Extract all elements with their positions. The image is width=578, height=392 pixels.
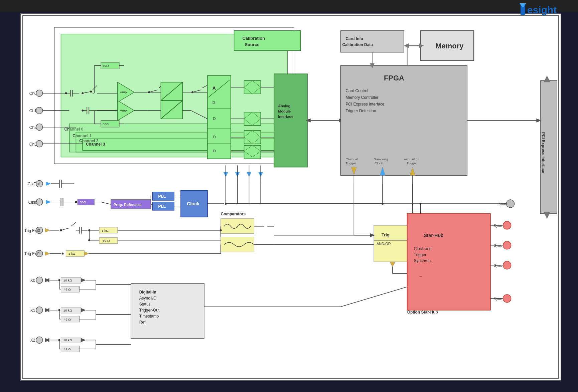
x1-connector xyxy=(36,307,43,314)
fpga-sampling-clock: Sampling xyxy=(374,157,388,161)
sync-clock-label: Sync xyxy=(499,202,507,206)
x1-label: X1 xyxy=(30,308,35,313)
svg-text:1 kΩ: 1 kΩ xyxy=(102,229,109,232)
digital-in-ref: Ref xyxy=(139,320,146,325)
digital-in-title: Digital-In xyxy=(139,290,156,295)
r10k-x1: 10 kΩ xyxy=(63,309,72,312)
card-info-text: Card Info xyxy=(345,36,363,41)
svg-text:Interface: Interface xyxy=(278,115,293,119)
sync4-label: Sync xyxy=(494,297,502,301)
sync2-label: Sync xyxy=(494,243,502,247)
memory-text: Memory xyxy=(435,42,464,50)
ch1-label: Ch1 xyxy=(29,109,37,113)
option-star-hub-text: Option Star-Hub xyxy=(407,310,438,315)
svg-point-175 xyxy=(62,252,64,254)
prog-ref-text: Prog. Reference xyxy=(114,203,142,207)
fpga-acq-trigger: Acqusition xyxy=(404,157,419,161)
svg-text:D: D xyxy=(213,149,216,153)
star-hub-title: Star-Hub xyxy=(424,233,444,238)
svg-text:D: D xyxy=(213,135,216,139)
svg-text:1 kΩ: 1 kΩ xyxy=(68,252,75,255)
main-diagram-container: Channel 0 Channel 1 Channel 2 Channel 3 … xyxy=(20,13,561,381)
fpga-title: FPGA xyxy=(384,74,404,82)
r50-bottom: 50Ω xyxy=(103,122,109,126)
pci-express-text: PCI Express Interface xyxy=(541,132,546,173)
analog-module-interface xyxy=(274,74,307,167)
r49-x1: 49 Ω xyxy=(63,318,71,321)
sync4-connector xyxy=(503,295,511,303)
star-hub-dots: ... xyxy=(419,273,422,277)
svg-text:50 Ω: 50 Ω xyxy=(103,239,110,243)
r10k-x0: 10 kΩ xyxy=(63,278,72,282)
fpga-ch-trigger: Channel xyxy=(345,157,358,161)
trig-label: Trig xyxy=(382,232,390,237)
svg-point-157 xyxy=(60,229,62,231)
adc4 xyxy=(207,144,231,159)
fpga-feature4: Trigger Detection xyxy=(345,109,376,113)
r49-x0: 49 Ω xyxy=(63,287,71,291)
r10k-x2: 10 kΩ xyxy=(63,338,72,342)
sync-clock-connector xyxy=(507,200,515,208)
pll2-text: PLL xyxy=(158,204,166,209)
ch0-connector xyxy=(36,90,43,96)
x2-label: X2 xyxy=(30,338,35,343)
trig-ext0-label: Trig Ext0 xyxy=(24,228,40,233)
digital-in-async: Async I/O xyxy=(139,296,157,301)
digital-in-status: Status xyxy=(139,302,151,307)
ch2-connector xyxy=(36,124,43,131)
r49-x2: 49 Ω xyxy=(63,347,71,351)
ch1-connector xyxy=(36,107,43,114)
sync3-connector xyxy=(503,261,511,269)
x0-label: X0 xyxy=(30,278,35,283)
comparators-label: Comparators xyxy=(221,212,246,216)
adc3 xyxy=(207,129,231,146)
comparator2 xyxy=(221,237,254,252)
card-info-box xyxy=(340,31,404,52)
trig-ext1-label: Trig Ext1 xyxy=(24,251,40,256)
header-bar xyxy=(0,0,578,12)
r50-clkin: 50Ω xyxy=(80,200,86,204)
adc2 xyxy=(207,109,231,129)
svg-text:Clock: Clock xyxy=(375,161,383,165)
calibration-source-text: Calibration xyxy=(243,36,265,41)
x0-connector xyxy=(36,277,43,283)
ch0-label: Ch0 xyxy=(29,91,37,96)
sync1-connector xyxy=(503,221,511,229)
svg-text:Amp: Amp xyxy=(120,90,127,94)
svg-text:esight: esight xyxy=(527,4,557,15)
r50-top: 50Ω xyxy=(103,64,109,67)
svg-text:A: A xyxy=(212,85,216,91)
digital-in-trigout: Trigger-Out xyxy=(139,308,160,313)
clock-text: Clock xyxy=(187,201,199,206)
fpga-feature2: Memory Controller xyxy=(345,95,378,100)
digital-in-timestamp: Timestamp xyxy=(139,314,159,319)
fpga-feature1: Card Control xyxy=(345,88,368,93)
fpga-feature3: PCI Express Interface xyxy=(345,102,384,107)
logo: esight xyxy=(518,2,571,19)
svg-text:Calibration Data: Calibration Data xyxy=(342,42,373,47)
svg-text:Trigger: Trigger xyxy=(345,161,356,165)
pll1-text: PLL xyxy=(158,194,166,199)
svg-text:Module: Module xyxy=(278,109,291,113)
trig-andor-label: AND/OR xyxy=(377,242,391,246)
ch2-label: Ch2 xyxy=(29,125,37,130)
svg-text:Amp: Amp xyxy=(120,109,127,112)
svg-text:D: D xyxy=(213,117,216,121)
x2-connector xyxy=(36,337,43,343)
star-hub-synchron: Synchron. xyxy=(414,258,432,263)
star-hub-clock: Clock and xyxy=(414,246,432,251)
star-hub-trigger: Trigger xyxy=(414,252,426,257)
svg-text:Analog: Analog xyxy=(278,104,290,108)
svg-text:D: D xyxy=(212,101,215,105)
sync1-label: Sync xyxy=(494,224,502,228)
ch3-connector xyxy=(36,141,43,147)
clkout-label: ClkOut xyxy=(28,182,40,186)
svg-text:Trigger: Trigger xyxy=(407,161,417,165)
adc1 xyxy=(207,75,231,109)
ch3-label: Ch3 xyxy=(29,142,37,147)
channel3-label: Channel 3 xyxy=(86,142,105,147)
sync3-label: Sync xyxy=(494,263,502,267)
svg-text:Source: Source xyxy=(245,42,260,47)
sync2-connector xyxy=(503,241,511,249)
clkin-label: ClkIn xyxy=(28,200,37,205)
